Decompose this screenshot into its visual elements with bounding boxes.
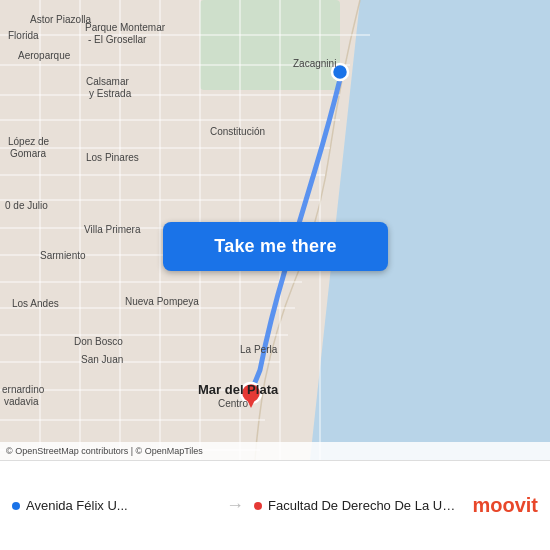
route-from: Avenida Félix U... [26,498,216,513]
moovit-logo-text: moovit [472,494,538,517]
bottom-bar: Avenida Félix U... → Facultad De Derecho… [0,460,550,550]
to-name: Facultad De Derecho De La Unive... [268,498,458,513]
to-dot [254,502,262,510]
attribution-text: © OpenStreetMap contributors | © OpenMap… [6,446,203,456]
take-me-there-label: Take me there [214,236,336,257]
route-to-item: Facultad De Derecho De La Unive... [254,498,458,513]
from-name: Avenida Félix U... [26,498,216,513]
map-container: Astor Piazolla Florida Aeroparque Parque… [0,0,550,460]
take-me-there-button[interactable]: Take me there [163,222,388,271]
svg-rect-2 [200,0,340,90]
moovit-logo-area: moovit [458,494,538,517]
from-dot [12,502,20,510]
route-divider: → [226,495,244,516]
route-from-item: Avenida Félix U... [12,498,216,513]
svg-point-27 [332,64,348,80]
route-info: Avenida Félix U... → Facultad De Derecho… [12,495,458,516]
map-attribution: © OpenStreetMap contributors | © OpenMap… [0,442,550,460]
route-to: Facultad De Derecho De La Unive... [268,498,458,513]
